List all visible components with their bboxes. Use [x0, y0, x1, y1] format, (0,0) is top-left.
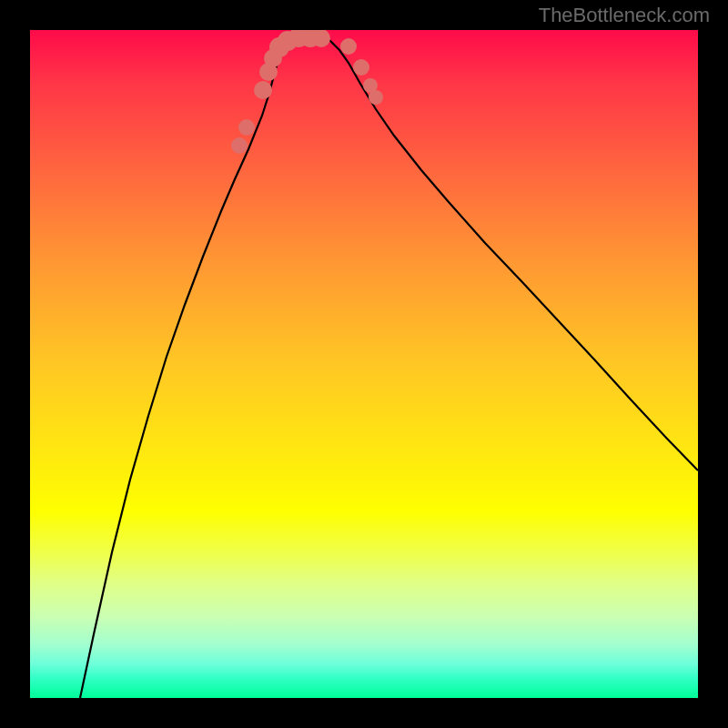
marker-dot: [369, 90, 383, 105]
left-curve: [80, 35, 303, 698]
watermark-text: TheBottleneck.com: [539, 4, 710, 27]
marker-dot: [340, 38, 357, 55]
marker-dot: [231, 137, 248, 154]
marker-dot: [254, 81, 272, 99]
marker-dot: [238, 119, 255, 136]
right-curve: [303, 35, 698, 470]
plot-area: [30, 30, 698, 698]
marker-dot: [353, 59, 369, 76]
chart-svg: [30, 30, 698, 698]
